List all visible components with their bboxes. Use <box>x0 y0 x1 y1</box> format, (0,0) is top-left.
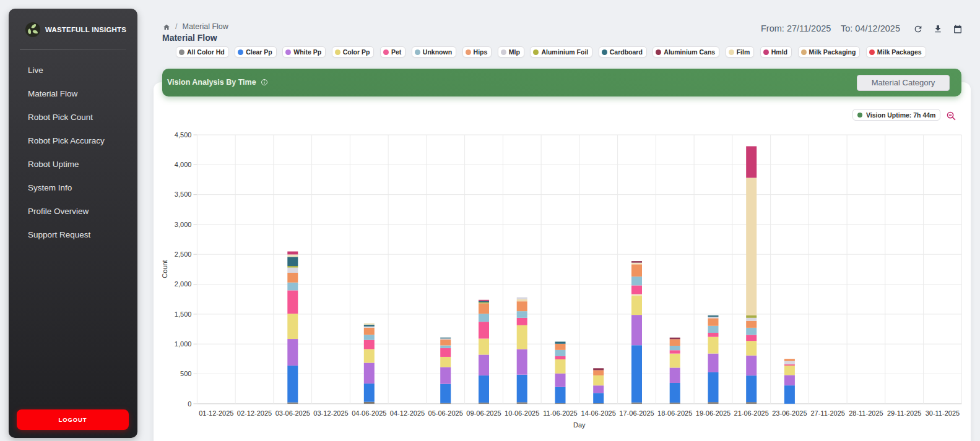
svg-text:2,000: 2,000 <box>175 280 192 288</box>
svg-text:03-06-2025: 03-06-2025 <box>275 409 310 417</box>
svg-text:02-12-2025: 02-12-2025 <box>237 409 272 417</box>
svg-text:14-06-2025: 14-06-2025 <box>581 409 616 417</box>
svg-text:09-06-2025: 09-06-2025 <box>466 409 501 417</box>
svg-text:4,500: 4,500 <box>175 131 192 139</box>
svg-text:01-12-2025: 01-12-2025 <box>199 409 233 417</box>
svg-text:28-11-2025: 28-11-2025 <box>849 409 883 417</box>
svg-text:05-06-2025: 05-06-2025 <box>428 409 463 417</box>
svg-text:500: 500 <box>180 370 191 377</box>
svg-text:3,000: 3,000 <box>175 221 192 228</box>
svg-text:17-06-2025: 17-06-2025 <box>619 409 654 417</box>
svg-text:23-06-2025: 23-06-2025 <box>772 409 807 417</box>
svg-text:Count: Count <box>161 260 168 278</box>
svg-text:30-11-2025: 30-11-2025 <box>926 409 960 417</box>
svg-text:0: 0 <box>188 400 191 408</box>
svg-text:27-11-2025: 27-11-2025 <box>810 409 844 417</box>
svg-text:18-06-2025: 18-06-2025 <box>657 409 692 417</box>
svg-text:03-12-2025: 03-12-2025 <box>313 409 348 417</box>
svg-text:10-06-2025: 10-06-2025 <box>505 409 539 417</box>
svg-text:04-06-2025: 04-06-2025 <box>352 409 386 417</box>
svg-text:4,000: 4,000 <box>175 161 192 168</box>
svg-text:04-12-2025: 04-12-2025 <box>390 409 425 417</box>
svg-text:29-11-2025: 29-11-2025 <box>887 409 921 417</box>
svg-text:21-06-2025: 21-06-2025 <box>734 409 769 417</box>
svg-text:19-06-2025: 19-06-2025 <box>696 409 731 417</box>
svg-text:1,000: 1,000 <box>175 340 192 348</box>
svg-text:11-06-2025: 11-06-2025 <box>543 409 577 417</box>
svg-text:3,500: 3,500 <box>175 191 192 198</box>
svg-text:Day: Day <box>573 421 586 429</box>
svg-text:1,500: 1,500 <box>175 310 192 318</box>
svg-text:2,500: 2,500 <box>175 250 192 258</box>
